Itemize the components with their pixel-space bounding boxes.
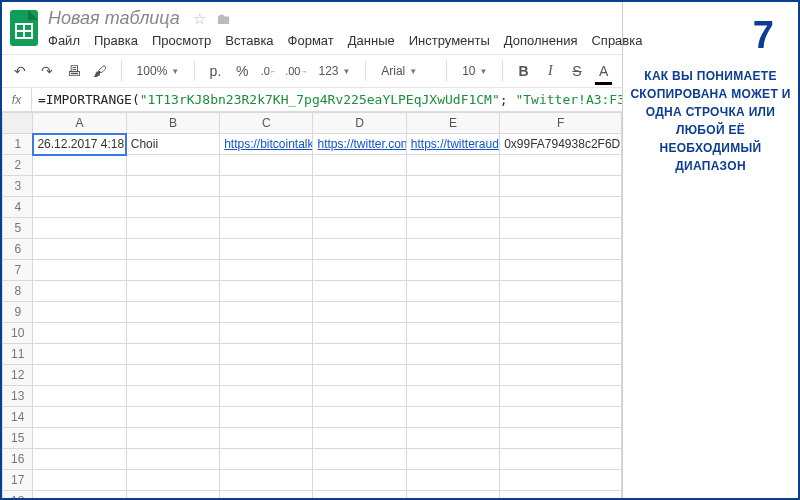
cell-B12[interactable] (126, 365, 219, 386)
cell-C7[interactable] (220, 260, 313, 281)
text-color-button[interactable]: A (593, 59, 614, 83)
cell-F3[interactable] (500, 176, 622, 197)
redo-button[interactable]: ↷ (37, 59, 58, 83)
cell-E11[interactable] (406, 344, 499, 365)
font-size-select[interactable]: 10▼ (457, 59, 492, 83)
cell-E16[interactable] (406, 449, 499, 470)
cell-A14[interactable] (33, 407, 126, 428)
row-header[interactable]: 4 (3, 197, 33, 218)
row-header[interactable]: 11 (3, 344, 33, 365)
cell-E1[interactable]: https://twitteraud (406, 134, 499, 155)
cell-F7[interactable] (500, 260, 622, 281)
menu-edit[interactable]: Правка (94, 33, 138, 48)
cell-C18[interactable] (220, 491, 313, 499)
cell-E4[interactable] (406, 197, 499, 218)
cell-D13[interactable] (313, 386, 406, 407)
cell-D6[interactable] (313, 239, 406, 260)
star-icon[interactable]: ☆ (193, 10, 206, 28)
cell-E18[interactable] (406, 491, 499, 499)
cell-B3[interactable] (126, 176, 219, 197)
cell-B6[interactable] (126, 239, 219, 260)
cell-E17[interactable] (406, 470, 499, 491)
cell-C14[interactable] (220, 407, 313, 428)
cell-A11[interactable] (33, 344, 126, 365)
cell-B8[interactable] (126, 281, 219, 302)
cell-C17[interactable] (220, 470, 313, 491)
cell-F16[interactable] (500, 449, 622, 470)
cell-A9[interactable] (33, 302, 126, 323)
cell-A6[interactable] (33, 239, 126, 260)
cell-F14[interactable] (500, 407, 622, 428)
cell-C11[interactable] (220, 344, 313, 365)
cell-D2[interactable] (313, 155, 406, 176)
cell-F5[interactable] (500, 218, 622, 239)
cell-D14[interactable] (313, 407, 406, 428)
cell-A10[interactable] (33, 323, 126, 344)
bold-button[interactable]: B (513, 59, 534, 83)
cell-D11[interactable] (313, 344, 406, 365)
document-title[interactable]: Новая таблица (48, 8, 180, 28)
column-header-E[interactable]: E (406, 113, 499, 134)
cell-F10[interactable] (500, 323, 622, 344)
cell-E12[interactable] (406, 365, 499, 386)
menu-file[interactable]: Файл (48, 33, 80, 48)
cell-F2[interactable] (500, 155, 622, 176)
cell-F11[interactable] (500, 344, 622, 365)
menu-view[interactable]: Просмотр (152, 33, 211, 48)
menu-tools[interactable]: Инструменты (409, 33, 490, 48)
cell-F1[interactable]: 0x99FA794938c2F6D (500, 134, 622, 155)
cell-D1[interactable]: https://twitter.con (313, 134, 406, 155)
cell-D5[interactable] (313, 218, 406, 239)
row-header[interactable]: 15 (3, 428, 33, 449)
cell-E8[interactable] (406, 281, 499, 302)
cell-B14[interactable] (126, 407, 219, 428)
folder-icon[interactable]: 🖿 (216, 10, 231, 28)
menu-format[interactable]: Формат (288, 33, 334, 48)
row-header[interactable]: 18 (3, 491, 33, 499)
cell-B7[interactable] (126, 260, 219, 281)
cell-A15[interactable] (33, 428, 126, 449)
currency-button[interactable]: р. (205, 59, 226, 83)
cell-A7[interactable] (33, 260, 126, 281)
cell-D12[interactable] (313, 365, 406, 386)
number-format-select[interactable]: 123▼ (313, 59, 355, 83)
cell-C5[interactable] (220, 218, 313, 239)
cell-E15[interactable] (406, 428, 499, 449)
percent-button[interactable]: % (232, 59, 253, 83)
cell-A3[interactable] (33, 176, 126, 197)
cell-C15[interactable] (220, 428, 313, 449)
zoom-select[interactable]: 100%▼ (132, 59, 185, 83)
cell-D15[interactable] (313, 428, 406, 449)
row-header[interactable]: 12 (3, 365, 33, 386)
cell-E2[interactable] (406, 155, 499, 176)
row-header[interactable]: 10 (3, 323, 33, 344)
column-header-A[interactable]: A (33, 113, 126, 134)
cell-C6[interactable] (220, 239, 313, 260)
cell-A5[interactable] (33, 218, 126, 239)
cell-E9[interactable] (406, 302, 499, 323)
column-header-D[interactable]: D (313, 113, 406, 134)
spreadsheet-grid[interactable]: ABCDEF126.12.2017 4:18.Choiihttps://bitc… (2, 112, 622, 498)
row-header[interactable]: 1 (3, 134, 33, 155)
cell-F8[interactable] (500, 281, 622, 302)
font-select[interactable]: Arial▼ (376, 59, 436, 83)
menu-addons[interactable]: Дополнения (504, 33, 578, 48)
cell-F15[interactable] (500, 428, 622, 449)
cell-C16[interactable] (220, 449, 313, 470)
row-header[interactable]: 8 (3, 281, 33, 302)
cell-C8[interactable] (220, 281, 313, 302)
cell-B5[interactable] (126, 218, 219, 239)
cell-B17[interactable] (126, 470, 219, 491)
cell-A18[interactable] (33, 491, 126, 499)
cell-D16[interactable] (313, 449, 406, 470)
print-button[interactable]: 🖶 (63, 59, 84, 83)
row-header[interactable]: 16 (3, 449, 33, 470)
cell-E6[interactable] (406, 239, 499, 260)
increase-decimal-button[interactable]: .00→ (285, 59, 307, 83)
cell-B11[interactable] (126, 344, 219, 365)
cell-F6[interactable] (500, 239, 622, 260)
cell-F12[interactable] (500, 365, 622, 386)
row-header[interactable]: 14 (3, 407, 33, 428)
formula-bar[interactable]: =IMPORTRANGE("1T13rKJ8bn23R2k7KH_7pg4Rv2… (32, 92, 622, 107)
cell-A12[interactable] (33, 365, 126, 386)
